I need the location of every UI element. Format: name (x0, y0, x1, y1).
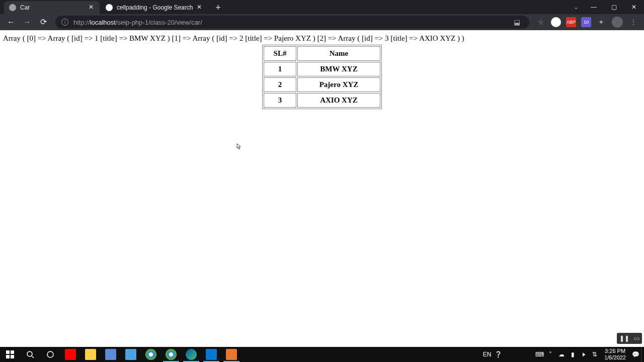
reload-button[interactable]: ⟳ (36, 15, 50, 29)
tab-cellpadding-search[interactable]: cellpadding - Google Search ✕ (101, 1, 208, 14)
tray-keyboard-icon[interactable]: ⌨ (534, 351, 545, 358)
address-bar-row: ← → ⟳ i http://localhost/seip-php-1/clas… (0, 14, 644, 30)
mouse-cursor-icon (236, 143, 242, 150)
record-screen-icon[interactable]: ▭ (634, 335, 639, 342)
cortana-button[interactable] (40, 347, 60, 362)
cell-name: BMW XYZ (297, 62, 380, 76)
table-row: 3 AXIO XYZ (264, 93, 380, 108)
tabs-container: Car ✕ cellpadding - Google Search ✕ + (0, 0, 224, 14)
svg-rect-3 (11, 355, 14, 358)
taskbar-app-1[interactable] (101, 347, 121, 362)
minimize-button[interactable]: — (584, 0, 604, 14)
taskbar-edge[interactable] (181, 347, 201, 362)
recorder-overlay[interactable]: ❚❚ ▭ (617, 333, 642, 344)
close-window-button[interactable]: ✕ (624, 0, 644, 14)
tray-help-icon[interactable]: ❔ (493, 351, 504, 358)
back-button[interactable]: ← (4, 15, 18, 29)
svg-rect-2 (6, 355, 10, 358)
table-header-row: SL# Name (264, 46, 380, 61)
site-info-icon[interactable]: i (61, 19, 68, 26)
close-icon[interactable]: ✕ (196, 4, 203, 11)
cell-sl: 1 (264, 62, 296, 76)
tray-network-icon[interactable]: ⇅ (589, 351, 600, 358)
extension-abp-badge[interactable]: ABP (566, 17, 576, 27)
show-desktop-button[interactable] (641, 347, 644, 362)
extensions-icon[interactable]: ✦ (595, 16, 608, 29)
extension-badge-1[interactable] (551, 17, 561, 27)
svg-line-5 (32, 356, 34, 358)
extension-badge-3[interactable]: 10 (581, 17, 591, 27)
tab-title: Car (20, 4, 85, 11)
tab-title: cellpadding - Google Search (117, 4, 193, 11)
install-app-icon[interactable]: ⬓ (510, 16, 523, 29)
taskbar-youtube[interactable] (60, 347, 80, 362)
cell-name: AXIO XYZ (297, 93, 380, 108)
url-text: http://localhost/seip-php-1/class-20/vie… (73, 19, 510, 26)
cell-sl: 2 (264, 77, 296, 92)
tray-chevron-up-icon[interactable]: ˄ (545, 351, 556, 358)
table-row: 1 BMW XYZ (264, 62, 380, 76)
svg-point-6 (47, 351, 53, 357)
header-name: Name (297, 46, 380, 61)
taskbar-chrome-active[interactable] (161, 347, 181, 362)
url-host: localhost (90, 19, 116, 26)
tray-volume-icon[interactable]: 🕨 (578, 351, 589, 358)
bookmark-icon[interactable]: ☆ (534, 16, 547, 29)
tab-car[interactable]: Car ✕ (4, 1, 100, 14)
svg-rect-1 (11, 350, 14, 354)
new-tab-button[interactable]: + (212, 2, 224, 14)
url-path: /seip-php-1/class-20/view/car/ (116, 19, 202, 26)
tabs-dropdown-icon[interactable]: ⌄ (569, 4, 584, 11)
svg-point-4 (27, 351, 32, 356)
globe-icon (9, 4, 16, 11)
url-prefix: http:// (73, 19, 90, 26)
taskbar-file-explorer[interactable] (80, 347, 101, 362)
taskbar-chrome[interactable] (141, 347, 161, 362)
pause-icon[interactable]: ❚❚ (619, 335, 629, 342)
cell-name: Pajero XYZ (297, 77, 380, 92)
taskbar-app-2[interactable] (121, 347, 141, 362)
php-array-dump: Array ( [0] => Array ( [id] => 1 [title]… (0, 30, 644, 45)
language-indicator[interactable]: EN (481, 351, 493, 358)
search-button[interactable] (20, 347, 40, 362)
cell-sl: 3 (264, 93, 296, 108)
browser-tab-strip: Car ✕ cellpadding - Google Search ✕ + ⌄ … (0, 0, 644, 14)
taskbar-left (0, 347, 242, 362)
page-content: Array ( [0] => Array ( [id] => 1 [title]… (0, 30, 644, 347)
taskbar-right: EN ❔ ⌨ ˄ ☁ ▮ 🕨 ⇅ 3:26 PM 1/6/2022 💬 (481, 347, 644, 362)
clock-date: 1/6/2022 (604, 354, 626, 361)
maximize-button[interactable]: ▢ (604, 0, 624, 14)
close-icon[interactable]: ✕ (88, 4, 95, 11)
notifications-icon[interactable]: 💬 (630, 351, 641, 358)
svg-rect-0 (6, 350, 10, 354)
taskbar: EN ❔ ⌨ ˄ ☁ ▮ 🕨 ⇅ 3:26 PM 1/6/2022 💬 (0, 347, 644, 362)
start-button[interactable] (0, 347, 20, 362)
taskbar-app-3[interactable] (221, 347, 242, 362)
profile-avatar[interactable] (612, 17, 623, 28)
forward-button[interactable]: → (20, 15, 34, 29)
taskbar-vscode[interactable] (201, 347, 221, 362)
chrome-menu-icon[interactable]: ⋮ (627, 16, 640, 29)
omnibox[interactable]: i http://localhost/seip-php-1/class-20/v… (55, 16, 529, 29)
tray-battery-icon[interactable]: ▮ (567, 351, 578, 358)
header-sl: SL# (264, 46, 296, 61)
tray-onedrive-icon[interactable]: ☁ (556, 351, 567, 358)
table-row: 2 Pajero XYZ (264, 77, 380, 92)
window-controls: ⌄ — ▢ ✕ (569, 0, 644, 14)
car-table: SL# Name 1 BMW XYZ 2 Pajero XYZ 3 AXIO X… (262, 45, 382, 109)
clock-time: 3:26 PM (604, 348, 626, 354)
google-icon (106, 4, 113, 11)
taskbar-clock[interactable]: 3:26 PM 1/6/2022 (600, 348, 630, 361)
